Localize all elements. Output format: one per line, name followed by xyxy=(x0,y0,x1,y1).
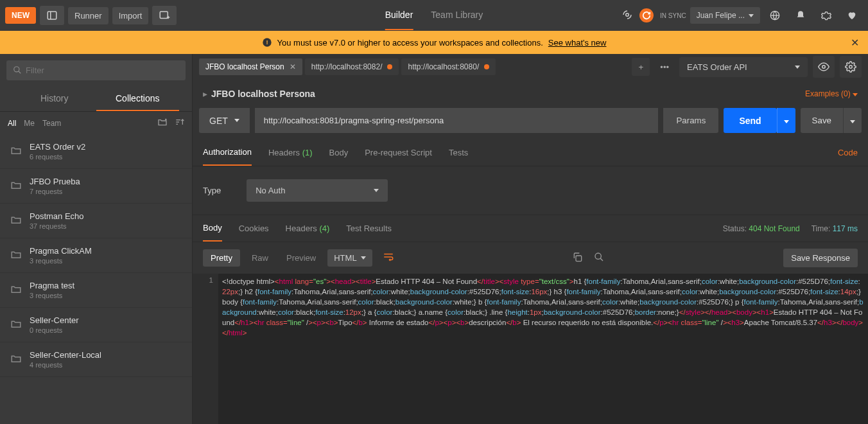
unsaved-dot-icon xyxy=(387,64,392,69)
svg-point-18 xyxy=(822,66,826,69)
view-pretty[interactable]: Pretty xyxy=(203,249,240,267)
request-title-bar: ▸ JFBO localhost Persona Examples (0) xyxy=(193,80,868,108)
banner-text: You must use v7.0 or higher to access yo… xyxy=(277,38,543,48)
send-button[interactable]: Send xyxy=(724,108,776,133)
notifications-icon[interactable] xyxy=(790,4,812,26)
resp-tab-tests[interactable]: Test Results xyxy=(346,216,392,241)
banner-link[interactable]: See what's new xyxy=(548,38,607,48)
unsaved-dot-icon xyxy=(484,64,489,69)
toggle-sidebar-button[interactable] xyxy=(40,6,64,25)
chevron-down-icon xyxy=(234,119,239,122)
folder-icon xyxy=(10,318,22,331)
params-button[interactable]: Params xyxy=(663,108,718,133)
svg-point-22 xyxy=(595,253,601,259)
collection-item[interactable]: Postman Echo37 requests xyxy=(0,204,192,238)
tab-authorization[interactable]: Authorization xyxy=(203,139,252,166)
view-preview[interactable]: Preview xyxy=(280,249,322,267)
tab-headers[interactable]: Headers (1) xyxy=(268,140,313,165)
content-area: JFBO localhost Person✕http://localhost:8… xyxy=(193,54,868,424)
filter-input[interactable] xyxy=(6,60,186,80)
scope-all[interactable]: All xyxy=(8,119,16,128)
favorite-icon[interactable] xyxy=(841,4,863,26)
tab-prerequest[interactable]: Pre-request Script xyxy=(365,140,432,165)
environment-settings-button[interactable] xyxy=(840,56,862,78)
sort-icon[interactable] xyxy=(174,117,184,129)
import-button[interactable]: Import xyxy=(112,7,149,24)
browse-icon[interactable] xyxy=(764,4,786,26)
request-tab[interactable]: JFBO localhost Person✕ xyxy=(199,58,302,75)
collection-item[interactable]: Seller-Center0 requests xyxy=(0,308,192,342)
request-tab[interactable]: http://localhost:8080/ xyxy=(401,58,496,75)
sync-status: IN SYNC xyxy=(621,8,686,22)
svg-rect-2 xyxy=(161,12,168,19)
format-selector[interactable]: HTML xyxy=(327,249,372,267)
save-response-button[interactable]: Save Response xyxy=(783,249,858,267)
settings-icon[interactable] xyxy=(815,4,837,26)
environment-selector[interactable]: EATS Order API xyxy=(679,57,808,77)
auth-panel: Type No Auth xyxy=(193,166,868,215)
user-dropdown[interactable]: Juan Felipe ... xyxy=(690,7,760,24)
examples-dropdown[interactable]: Examples (0) xyxy=(805,89,858,98)
collection-item[interactable]: Seller-Center-Local4 requests xyxy=(0,342,192,377)
search-response-icon[interactable] xyxy=(594,252,604,264)
http-method-selector[interactable]: GET xyxy=(199,108,250,133)
builder-tab[interactable]: Builder xyxy=(385,1,413,30)
new-collection-icon[interactable] xyxy=(157,117,168,129)
collection-item[interactable]: Pragma ClickAM3 requests xyxy=(0,238,192,273)
svg-point-5 xyxy=(626,13,629,16)
folder-icon xyxy=(10,179,22,193)
team-library-tab[interactable]: Team Library xyxy=(431,1,483,30)
resp-tab-cookies[interactable]: Cookies xyxy=(239,216,269,241)
collection-item[interactable]: Pragma test3 requests xyxy=(0,273,192,308)
chevron-down-icon xyxy=(749,14,754,17)
response-status-value: 404 Not Found xyxy=(749,224,799,233)
runner-button[interactable]: Runner xyxy=(68,7,108,24)
sync-status-text: IN SYNC xyxy=(660,12,686,19)
tab-body[interactable]: Body xyxy=(329,140,349,165)
banner-close-button[interactable]: ✕ xyxy=(851,37,859,49)
view-raw[interactable]: Raw xyxy=(245,249,275,267)
resp-tab-headers[interactable]: Headers (4) xyxy=(286,216,330,241)
svg-line-11 xyxy=(19,71,21,74)
collection-item[interactable]: JFBO Prueba7 requests xyxy=(0,169,192,204)
layout-icon xyxy=(46,10,58,21)
scope-me[interactable]: Me xyxy=(24,119,35,128)
request-tab[interactable]: http://localhost:8082/ xyxy=(305,58,399,75)
request-url-input[interactable] xyxy=(255,108,659,133)
copy-response-icon[interactable] xyxy=(572,252,582,264)
scope-team[interactable]: Team xyxy=(42,119,61,128)
code-snippet-link[interactable]: Code xyxy=(838,148,858,157)
send-options-button[interactable] xyxy=(777,108,795,133)
save-button[interactable]: Save xyxy=(801,108,843,133)
environment-preview-button[interactable] xyxy=(813,56,835,78)
wrap-line-icon[interactable] xyxy=(378,249,399,267)
sync-icon[interactable] xyxy=(639,8,654,22)
collection-item[interactable]: EATS Order v26 requests xyxy=(0,134,192,169)
satellite-icon[interactable] xyxy=(621,9,633,22)
collapse-arrow-icon[interactable]: ▸ xyxy=(203,89,207,99)
resp-tab-body[interactable]: Body xyxy=(203,215,222,242)
auth-type-label: Type xyxy=(203,186,221,195)
save-options-button[interactable] xyxy=(843,108,862,133)
history-tab[interactable]: History xyxy=(13,87,96,111)
request-title[interactable]: JFBO localhost Persona xyxy=(211,89,315,99)
tab-options-button[interactable]: ••• xyxy=(655,62,674,72)
auth-type-selector[interactable]: No Auth xyxy=(247,179,388,202)
folder-icon xyxy=(10,353,22,366)
folder-icon xyxy=(10,214,22,227)
update-banner: ! You must use v7.0 or higher to access … xyxy=(0,31,868,54)
close-tab-icon[interactable]: ✕ xyxy=(290,62,296,71)
new-button[interactable]: NEW xyxy=(5,7,36,24)
svg-point-19 xyxy=(849,66,853,69)
new-request-tab-button[interactable]: + xyxy=(632,58,650,76)
folder-icon xyxy=(10,145,22,158)
svg-point-10 xyxy=(14,67,19,72)
new-tab-toolbar-button[interactable] xyxy=(152,6,177,25)
collections-tab[interactable]: Collections xyxy=(96,87,180,111)
tab-tests[interactable]: Tests xyxy=(449,140,468,165)
response-body[interactable]: 1 <!doctype html><html lang="es"><head><… xyxy=(193,274,868,424)
svg-rect-0 xyxy=(48,12,56,19)
info-icon: ! xyxy=(262,37,272,48)
window-plus-icon xyxy=(159,10,170,21)
request-tabs: JFBO localhost Person✕http://localhost:8… xyxy=(199,58,627,75)
